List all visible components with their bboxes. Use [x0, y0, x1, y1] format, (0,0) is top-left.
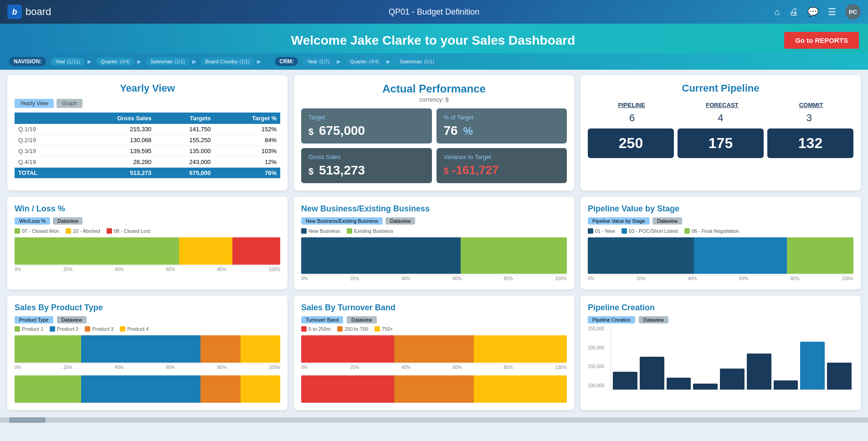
- col-header-pct: Target %: [215, 113, 281, 124]
- legend-0-250: 0 to 250m: [301, 326, 331, 332]
- sales-turnover-tabs: Turnover Band Dataview: [301, 316, 567, 323]
- product2-color: [50, 326, 55, 332]
- go-to-reports-button[interactable]: Go to REPORTS: [784, 32, 859, 49]
- chat-icon[interactable]: 💬: [807, 6, 819, 17]
- nav-icons: ⌂ 🖨 💬 ☰ PC: [775, 4, 861, 20]
- yearly-view-table: Gross Sales Targets Target % Q.1/19 215,…: [15, 113, 280, 179]
- pipeline-creation-dataview-tab[interactable]: Dataview: [639, 316, 668, 323]
- bar-2: [640, 357, 664, 390]
- nav-country-arrow: ▶: [257, 58, 261, 65]
- pipeline-creation-panel: Pipeline Creation Pipeline Creation Data…: [580, 296, 861, 410]
- nav-salesman-filter[interactable]: Salesman (1/1): [146, 57, 190, 66]
- sales-product-panel: Sales By Product Type Product Type Datav…: [7, 296, 288, 410]
- nav-filter-year[interactable]: Year (1/11) ▶: [51, 57, 92, 66]
- t2-750plus-segment: [474, 375, 567, 403]
- row-label: Q.4/19: [15, 157, 69, 168]
- crm-filter-year[interactable]: Year (1/7) ▶: [303, 57, 341, 66]
- crm-quarter-filter[interactable]: Quarter (4/4): [345, 57, 384, 66]
- legend-closed-lost: 08 - Closed Lost: [107, 228, 150, 234]
- crm-year-arrow: ▶: [337, 58, 341, 65]
- pipeline-count2: 4: [718, 112, 723, 124]
- pipeline-count-row: 6 4 3: [588, 112, 853, 124]
- pipeline-value-panel: Pipeline Value by Stage Pipeline Value b…: [580, 197, 861, 289]
- home-icon[interactable]: ⌂: [775, 7, 780, 17]
- product1-segment: [15, 335, 81, 363]
- product-type-tab[interactable]: Product Type: [15, 316, 53, 323]
- menu-icon[interactable]: ☰: [828, 6, 836, 17]
- pipeline-value-row: 250 175 132: [588, 128, 853, 158]
- y-200k: 200,000: [588, 345, 604, 350]
- horizontal-scrollbar[interactable]: [0, 417, 868, 423]
- product-dataview-tab[interactable]: Dataview: [57, 316, 87, 323]
- pct-sign: %: [463, 125, 473, 137]
- t-0-250-segment: [301, 335, 394, 363]
- sales-turnover-panel: Sales By Turnover Band Turnover Band Dat…: [294, 296, 574, 410]
- nav-filter-country[interactable]: Board Country (1/1) ▶: [201, 57, 262, 66]
- stage-final-color: [684, 228, 690, 234]
- product-bar-2: [15, 375, 280, 403]
- crm-filter-quarter[interactable]: Quarter (4/4) ▶: [345, 57, 390, 66]
- row-label: Q.3/19: [15, 146, 69, 157]
- product3-segment: [200, 335, 240, 363]
- bar-4: [693, 384, 718, 390]
- 250-750-label: 250 to 750: [344, 326, 368, 332]
- pipeline-creation-chart: 250,000 200,000 150,000 100,000: [588, 326, 853, 390]
- new-business-panel: New Business/Existing Business New Busin…: [294, 197, 574, 289]
- yearly-view-panel: Yearly View Yearly View Graph Gross Sale…: [7, 75, 288, 190]
- product4-seg2: [241, 375, 280, 403]
- product-bar: [15, 335, 280, 363]
- avatar[interactable]: PC: [845, 4, 861, 20]
- win-loss-dataview-tab[interactable]: Dataview: [53, 217, 82, 225]
- print-icon[interactable]: 🖨: [789, 7, 798, 17]
- turnover-band-tab[interactable]: Turnover Band: [301, 316, 343, 323]
- bar-group: [611, 328, 853, 390]
- new-business-dataview-tab[interactable]: Dataview: [385, 217, 415, 225]
- y-150k: 150,000: [588, 364, 604, 369]
- pipeline-col1: PIPELINE: [618, 102, 645, 108]
- legend-product2: Product 2: [50, 326, 78, 332]
- nav-year-filter[interactable]: Year (1/11): [51, 57, 85, 66]
- graph-tab[interactable]: Graph: [56, 99, 82, 108]
- turnover-dataview-tab[interactable]: Dataview: [347, 316, 376, 323]
- legend-product4: Product 4: [120, 326, 149, 332]
- 0-250-label: 0 to 250m: [308, 326, 331, 332]
- 0-250-color: [301, 326, 307, 332]
- pipeline-creation-tab[interactable]: Pipeline Creation: [588, 316, 635, 323]
- gross-amount: 513,273: [319, 163, 365, 177]
- pipeline-stage-tab[interactable]: Pipeline Value by Stage: [588, 217, 650, 225]
- crm-label: CRM:: [275, 57, 298, 66]
- nav-filter-quarter[interactable]: Quarter (4/4) ▶: [96, 57, 141, 66]
- new-business-tab[interactable]: New Business/Existing Business: [301, 217, 383, 225]
- variance-card: Variance to Target $ -161,727: [437, 148, 567, 183]
- nav-quarter-filter[interactable]: Quarter (4/4): [96, 57, 134, 66]
- filter-bar: NAVISION: Year (1/11) ▶ Quarter (4/4) ▶ …: [0, 53, 868, 70]
- crm-salesman-filter[interactable]: Salesman (1/1): [395, 57, 439, 66]
- total-label: TOTAL: [15, 168, 69, 179]
- new-business-bar: [301, 237, 567, 274]
- product1-color: [15, 326, 20, 332]
- total-gross: 513,273: [69, 168, 155, 179]
- new-business-axis: 0% 20% 40% 60% 80% 100%: [301, 275, 567, 282]
- nav-country-filter[interactable]: Board Country (1/1): [201, 57, 255, 66]
- legend-closed-won: 07 - Closed Won: [15, 228, 59, 234]
- closed-won-label: 07 - Closed Won: [22, 228, 59, 234]
- gross-sales-card: Gross Sales $ 513,273: [301, 148, 432, 183]
- scrollbar-thumb[interactable]: [9, 417, 46, 423]
- nav-filter-salesman[interactable]: Salesman (1/1) ▶: [146, 57, 196, 66]
- row-targets: 135,000: [155, 146, 214, 157]
- legend-existing-biz: Existing Business: [347, 228, 393, 234]
- bar-7: [774, 380, 798, 390]
- product3-label: Product 3: [92, 326, 113, 332]
- crm-filter-salesman[interactable]: Salesman (1/1): [395, 57, 439, 66]
- pipeline-value3: 132: [767, 128, 853, 158]
- win-loss-tab[interactable]: Win/Loss %: [15, 217, 50, 225]
- product1-label: Product 1: [22, 326, 43, 332]
- crm-year-filter[interactable]: Year (1/7): [303, 57, 334, 66]
- existing-biz-color: [347, 228, 352, 234]
- yearly-view-tab[interactable]: Yearly View: [15, 99, 54, 108]
- pipeline-stage-dataview-tab[interactable]: Dataview: [652, 217, 682, 225]
- row-gross: 139,595: [69, 146, 155, 157]
- bar-6: [747, 354, 771, 390]
- total-targets: 675,000: [155, 168, 214, 179]
- stage-new-label: 01 - New: [595, 228, 615, 234]
